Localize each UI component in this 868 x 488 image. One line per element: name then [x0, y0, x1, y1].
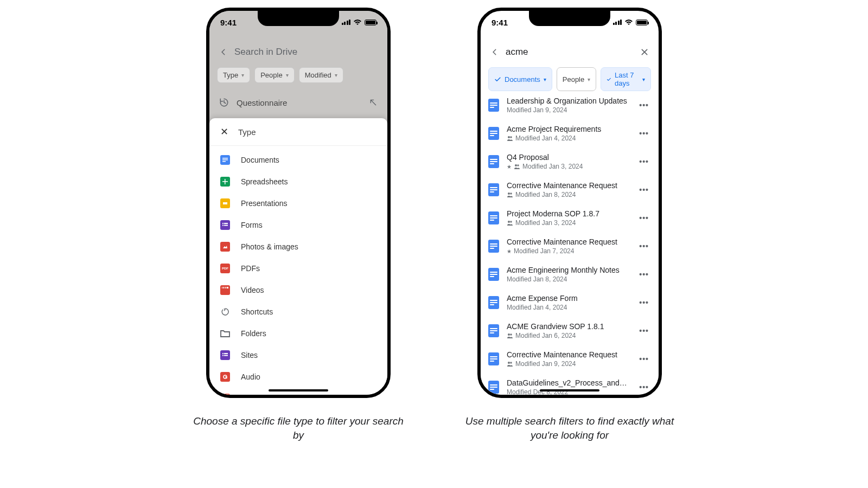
shared-icon	[507, 333, 513, 338]
svg-rect-0	[222, 158, 228, 159]
more-button[interactable]: •••	[637, 381, 651, 394]
result-row[interactable]: Acme Project Requirements Modified Jan 4…	[481, 119, 659, 147]
type-label: Forms	[241, 221, 263, 229]
more-button[interactable]: •••	[637, 211, 651, 224]
filter-chip[interactable]: People▾	[254, 67, 294, 83]
chevron-down-icon: ▾	[588, 76, 590, 82]
fill-up-icon[interactable]	[369, 98, 378, 107]
home-indicator[interactable]	[269, 389, 328, 391]
result-subtitle: Modified Jan 4, 2024	[507, 304, 629, 311]
type-label: Videos	[241, 286, 264, 294]
result-row[interactable]: Project Moderna SOP 1.8.7 Modified Jan 3…	[481, 204, 659, 232]
search-input[interactable]: Search in Drive	[234, 47, 380, 57]
filter-chip-row: Documents▾People▾Last 7 days▾	[481, 67, 659, 91]
filter-chip[interactable]: People▾	[557, 67, 596, 91]
home-indicator[interactable]	[540, 389, 599, 391]
more-button[interactable]: •••	[637, 240, 651, 253]
filter-chip[interactable]: Last 7 days▾	[601, 67, 651, 91]
more-button[interactable]: •••	[637, 268, 651, 281]
result-subtitle: Modified Jan 3, 2024	[507, 219, 629, 227]
result-row[interactable]: Corrective Maintenance Request Modified …	[481, 345, 659, 373]
svg-rect-9	[224, 225, 228, 226]
sheet-header: ✕ Type	[209, 118, 387, 146]
type-option[interactable]: Sites	[209, 344, 387, 366]
slide-icon	[220, 198, 230, 208]
result-row[interactable]: Q4 Proposal ★Modified Jan 3, 2024 •••	[481, 147, 659, 176]
result-text: Acme Expense Form Modified Jan 4, 2024	[507, 294, 629, 311]
filter-chip[interactable]: Documents▾	[488, 67, 552, 91]
more-button[interactable]: •••	[637, 155, 651, 168]
status-time: 9:41	[492, 18, 508, 27]
shared-icon	[507, 136, 513, 141]
signal-icon	[342, 20, 351, 25]
back-button[interactable]	[217, 48, 230, 56]
suggestion-row[interactable]: Questionnaire	[209, 92, 387, 113]
shared-icon	[514, 164, 520, 169]
filter-chip[interactable]: Type▾	[217, 67, 250, 83]
svg-point-26	[508, 192, 510, 195]
result-row[interactable]: Corrective Maintenance Request Modified …	[481, 176, 659, 204]
chip-label: Last 7 days	[615, 71, 639, 87]
svg-point-30	[508, 333, 510, 336]
type-option[interactable]: Videos	[209, 279, 387, 301]
status-time: 9:41	[220, 18, 237, 27]
result-subtitle: Modified Jan 8, 2024	[507, 275, 629, 283]
result-row[interactable]: Leadership & Organization Updates Modifi…	[481, 91, 659, 119]
more-button[interactable]: •••	[637, 127, 651, 140]
chip-label: Modified	[305, 71, 331, 79]
svg-rect-8	[222, 225, 224, 226]
filter-chip-row: Type▾People▾Modified▾	[209, 67, 387, 83]
result-row[interactable]: Corrective Maintenance Request ★Modified…	[481, 232, 659, 260]
result-title: Acme Engineering Monthly Notes	[507, 266, 629, 274]
type-option[interactable]: Audio	[209, 366, 387, 388]
more-button[interactable]: •••	[637, 324, 651, 337]
result-row[interactable]: DataGuidelines_v2_Process_and_Pr... Modi…	[481, 373, 659, 395]
type-option[interactable]: Presentations	[209, 192, 387, 214]
notch	[529, 11, 610, 26]
svg-point-24	[515, 164, 517, 166]
type-option[interactable]: Folders	[209, 323, 387, 344]
back-button[interactable]	[488, 48, 501, 56]
result-subtitle: Modified Jan 9, 2024	[507, 106, 629, 114]
type-option[interactable]: Forms	[209, 214, 387, 236]
type-option[interactable]: Photos & images	[209, 236, 387, 258]
results-list[interactable]: Leadership & Organization Updates Modifi…	[481, 91, 659, 395]
result-row[interactable]: Acme Engineering Monthly Notes Modified …	[481, 260, 659, 288]
history-icon	[219, 98, 229, 107]
right-caption: Use multiple search filters to find exac…	[461, 414, 678, 442]
type-label: Audio	[241, 373, 260, 381]
chevron-down-icon: ▾	[241, 72, 244, 78]
type-label: Sites	[241, 351, 258, 359]
svg-rect-21	[225, 397, 227, 398]
type-option[interactable]: Documents	[209, 149, 387, 171]
search-row: Search in Drive	[209, 40, 387, 64]
result-title: DataGuidelines_v2_Process_and_Pr...	[507, 378, 629, 387]
filter-chip[interactable]: Modified▾	[299, 67, 343, 83]
result-text: Acme Project Requirements Modified Jan 4…	[507, 125, 629, 142]
document-icon	[488, 296, 499, 309]
type-option[interactable]: PDFPDFs	[209, 258, 387, 279]
close-sheet-button[interactable]: ✕	[220, 126, 228, 138]
result-row[interactable]: ACME Grandview SOP 1.8.1 Modified Jan 6,…	[481, 317, 659, 345]
svg-rect-6	[222, 223, 224, 224]
svg-rect-16	[224, 353, 228, 354]
result-text: DataGuidelines_v2_Process_and_Pr... Modi…	[507, 378, 629, 395]
more-button[interactable]: •••	[637, 99, 651, 112]
type-option[interactable]: Spreadsheets	[209, 171, 387, 192]
wifi-icon	[624, 19, 633, 25]
more-button[interactable]: •••	[637, 296, 651, 309]
svg-rect-1	[222, 159, 228, 160]
folder-icon	[220, 329, 230, 338]
drawing-icon	[220, 394, 230, 398]
left-caption: Choose a specific file type to filter yo…	[190, 414, 407, 442]
document-icon	[488, 155, 499, 168]
search-query[interactable]: acme	[506, 47, 638, 57]
type-option[interactable]: Shortcuts	[209, 301, 387, 323]
audio-icon	[220, 372, 230, 382]
check-icon	[494, 76, 501, 83]
result-row[interactable]: Acme Expense Form Modified Jan 4, 2024 •…	[481, 288, 659, 317]
clear-search-button[interactable]	[638, 48, 651, 56]
more-button[interactable]: •••	[637, 352, 651, 365]
more-button[interactable]: •••	[637, 183, 651, 196]
signal-icon	[613, 20, 622, 25]
